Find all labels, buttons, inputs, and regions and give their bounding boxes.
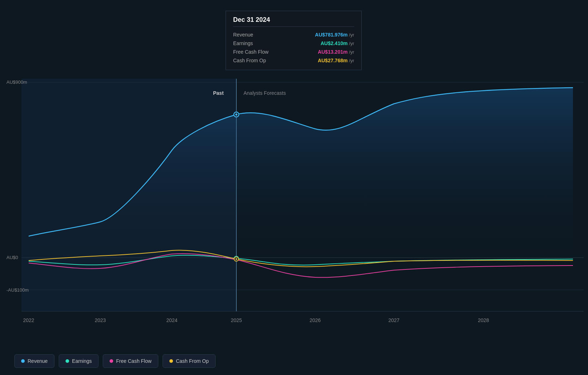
chart-container: 2022 2023 2024 2025 2026 2027 2028 AU$90… <box>0 0 588 375</box>
svg-text:2027: 2027 <box>388 317 399 323</box>
legend-dot-cashop <box>169 359 173 363</box>
legend-dot-earnings <box>66 359 69 363</box>
svg-text:Analysts Forecasts: Analysts Forecasts <box>244 90 286 96</box>
svg-text:AU$0: AU$0 <box>6 255 18 260</box>
svg-text:2024: 2024 <box>166 317 177 323</box>
svg-text:2025: 2025 <box>231 317 242 323</box>
legend-item-cashop[interactable]: Cash From Op <box>163 354 216 368</box>
legend-item-earnings[interactable]: Earnings <box>59 354 98 368</box>
tooltip-row-cashop: Cash From Op AU$27.768m /yr <box>233 56 354 65</box>
svg-text:AU$900m: AU$900m <box>6 79 27 85</box>
tooltip-value-earnings: AU$2.410m /yr <box>320 40 354 46</box>
svg-text:Past: Past <box>213 90 224 96</box>
legend-item-revenue[interactable]: Revenue <box>14 354 54 368</box>
tooltip: Dec 31 2024 Revenue AU$781.976m /yr Earn… <box>226 11 362 70</box>
legend-label-fcf: Free Cash Flow <box>116 358 151 364</box>
legend-label-earnings: Earnings <box>72 358 92 364</box>
tooltip-value-revenue: AU$781.976m /yr <box>315 32 354 38</box>
legend-label-cashop: Cash From Op <box>176 358 209 364</box>
tooltip-row-revenue: Revenue AU$781.976m /yr <box>233 30 354 39</box>
tooltip-date: Dec 31 2024 <box>233 16 354 27</box>
tooltip-row-fcf: Free Cash Flow AU$13.201m /yr <box>233 48 354 56</box>
legend-label-revenue: Revenue <box>28 358 48 364</box>
svg-text:2026: 2026 <box>309 317 320 323</box>
tooltip-label-revenue: Revenue <box>233 32 253 38</box>
legend-dot-fcf <box>110 359 113 363</box>
tooltip-label-earnings: Earnings <box>233 40 253 46</box>
svg-text:2023: 2023 <box>95 317 106 323</box>
tooltip-value-fcf: AU$13.201m /yr <box>318 49 354 55</box>
tooltip-label-fcf: Free Cash Flow <box>233 49 269 55</box>
tooltip-value-cashop: AU$27.768m /yr <box>318 58 354 63</box>
svg-text:-AU$100m: -AU$100m <box>6 287 29 293</box>
legend-dot-revenue <box>21 359 25 363</box>
legend: Revenue Earnings Free Cash Flow Cash Fro… <box>14 354 216 368</box>
tooltip-row-earnings: Earnings AU$2.410m /yr <box>233 39 354 48</box>
tooltip-label-cashop: Cash From Op <box>233 58 266 63</box>
legend-item-fcf[interactable]: Free Cash Flow <box>103 354 158 368</box>
svg-text:2022: 2022 <box>23 317 34 323</box>
svg-text:2028: 2028 <box>478 317 489 323</box>
